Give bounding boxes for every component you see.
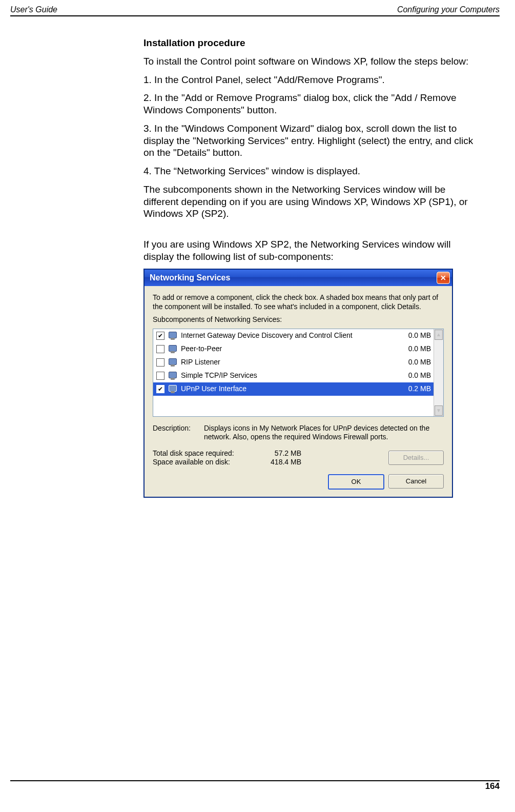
close-icon: ✕ bbox=[440, 274, 446, 283]
list-item-size: 0.0 MB bbox=[395, 344, 431, 354]
list-item-size: 0.0 MB bbox=[395, 358, 431, 367]
dialog-titlebar[interactable]: Networking Services ✕ bbox=[145, 270, 452, 286]
cancel-button[interactable]: Cancel bbox=[388, 474, 444, 489]
list-item-size: 0.0 MB bbox=[395, 371, 431, 380]
header-right: Configuring your Computers bbox=[397, 5, 500, 14]
description-label: Description: bbox=[153, 424, 199, 442]
header-left: User's Guide bbox=[10, 5, 57, 14]
list-item-label: Peer-to-Peer bbox=[181, 344, 392, 354]
component-icon bbox=[168, 331, 178, 340]
note-paragraph: The subcomponents shown in the Networkin… bbox=[143, 184, 479, 220]
scroll-up-button[interactable]: ▲ bbox=[435, 330, 443, 340]
component-icon bbox=[168, 371, 178, 380]
step-1: 1. In the Control Panel, select "Add/Rem… bbox=[143, 74, 479, 86]
details-button: Details... bbox=[388, 451, 444, 465]
scroll-down-button[interactable]: ▼ bbox=[435, 405, 443, 416]
chevron-up-icon: ▲ bbox=[436, 332, 441, 338]
dialog-instructions: To add or remove a component, click the … bbox=[153, 293, 444, 311]
subcomponents-listbox[interactable]: ✔ Internet Gateway Device Discovery and … bbox=[153, 329, 444, 417]
checkbox[interactable]: ✔ bbox=[156, 332, 164, 340]
total-space-value: 57.2 MB bbox=[260, 449, 301, 458]
component-icon bbox=[168, 384, 178, 394]
page-header: User's Guide Configuring your Computers bbox=[10, 5, 500, 16]
component-icon bbox=[168, 358, 178, 367]
section-title: Installation procedure bbox=[143, 37, 479, 49]
step-3: 3. In the "Windows Component Wizard" dia… bbox=[143, 123, 479, 159]
list-item[interactable]: Simple TCP/IP Services 0.0 MB bbox=[153, 369, 434, 382]
chevron-down-icon: ▼ bbox=[436, 408, 441, 414]
description-text: Displays icons in My Network Places for … bbox=[204, 424, 444, 442]
scrollbar[interactable]: ▲ ▼ bbox=[434, 329, 443, 416]
dialog-title: Networking Services bbox=[150, 273, 230, 283]
close-button[interactable]: ✕ bbox=[437, 272, 450, 284]
list-item-size: 0.2 MB bbox=[395, 384, 431, 394]
ok-button[interactable]: OK bbox=[328, 474, 384, 490]
checkbox[interactable] bbox=[156, 345, 164, 353]
list-item[interactable]: ✔ Internet Gateway Device Discovery and … bbox=[153, 329, 434, 342]
sp2-paragraph: If you are using Windows XP SP2, the Net… bbox=[143, 238, 479, 263]
list-item-label: RIP Listener bbox=[181, 358, 392, 367]
intro-paragraph: To install the Control point software on… bbox=[143, 55, 479, 68]
checkbox[interactable]: ✔ bbox=[156, 385, 164, 393]
checkbox[interactable] bbox=[156, 358, 164, 367]
list-item[interactable]: RIP Listener 0.0 MB bbox=[153, 356, 434, 369]
list-item-label: Internet Gateway Device Discovery and Co… bbox=[181, 331, 392, 340]
page-number: 164 bbox=[485, 781, 500, 791]
list-item-label: Simple TCP/IP Services bbox=[181, 371, 392, 380]
document-body: Installation procedure To install the Co… bbox=[143, 37, 479, 498]
checkbox[interactable] bbox=[156, 372, 164, 380]
available-space-label: Space available on disk: bbox=[153, 458, 260, 467]
available-space-value: 418.4 MB bbox=[260, 458, 301, 467]
subcomponents-label: Subcomponents of Networking Services: bbox=[153, 315, 444, 324]
component-icon bbox=[168, 344, 178, 354]
list-item-label: UPnP User Interface bbox=[181, 384, 392, 394]
list-item[interactable]: ✔ UPnP User Interface 0.2 MB bbox=[153, 382, 434, 396]
networking-services-dialog: Networking Services ✕ To add or remove a… bbox=[143, 269, 453, 498]
total-space-label: Total disk space required: bbox=[153, 449, 260, 458]
step-4: 4. The “Networking Services” window is d… bbox=[143, 165, 479, 177]
step-2: 2. In the "Add or Remove Programs" dialo… bbox=[143, 92, 479, 116]
list-item[interactable]: Peer-to-Peer 0.0 MB bbox=[153, 342, 434, 356]
list-item-size: 0.0 MB bbox=[395, 331, 431, 340]
